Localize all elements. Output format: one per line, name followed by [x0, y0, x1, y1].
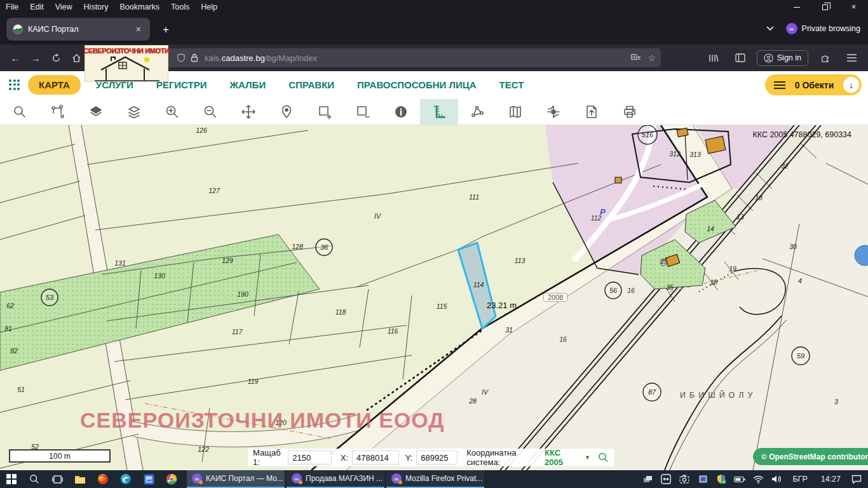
measurement-label: 23.21 m	[487, 301, 517, 310]
minimize-button[interactable]	[782, 0, 811, 14]
list-tabs-chevron-icon[interactable]	[763, 22, 777, 36]
tool-zoom-out-button[interactable]	[191, 99, 229, 125]
close-button[interactable]: ×	[839, 0, 868, 14]
tool-info-button[interactable]	[382, 99, 420, 125]
sign-in-button[interactable]: Sign in	[757, 50, 808, 66]
library-icon[interactable]	[703, 48, 724, 67]
taskbar-search-icon[interactable]	[23, 470, 46, 488]
reload-button[interactable]	[46, 48, 66, 67]
tab-close-icon[interactable]: ×	[133, 23, 144, 36]
site-nav-item[interactable]: ЖАЛБИ	[230, 79, 266, 90]
menu-item-help[interactable]: Help	[195, 3, 223, 11]
clock[interactable]: 14:27	[816, 475, 846, 484]
tool-graticule-button[interactable]	[534, 99, 573, 125]
parcel-label: 313	[689, 151, 701, 158]
parcel-label: 190	[237, 290, 248, 298]
chrome-icon[interactable]	[160, 470, 183, 488]
menu-item-edit[interactable]: Edit	[24, 3, 50, 11]
start-button[interactable]	[0, 470, 23, 488]
reload-icon	[51, 53, 61, 63]
y-input[interactable]: 689925	[416, 451, 458, 464]
parcel-label: 119	[248, 377, 259, 385]
tool-trace-button[interactable]	[39, 99, 77, 125]
extensions-puzzle-icon[interactable]	[815, 48, 835, 67]
menu-item-file[interactable]: File	[0, 3, 24, 11]
tool-print-button[interactable]	[611, 99, 649, 125]
menu-item-history[interactable]: History	[78, 3, 114, 11]
tray-remote-icon[interactable]	[658, 470, 674, 488]
taskbar-task[interactable]: ∞КАИС Портал — Mo...	[187, 470, 285, 488]
app-menu-hamburger-icon[interactable]	[841, 48, 862, 67]
tool-export-button[interactable]	[573, 99, 611, 125]
firefox-private-icon: ∞	[391, 473, 402, 484]
parcel-label: 30	[789, 243, 797, 250]
menu-item-bookmarks[interactable]: Bookmarks	[114, 3, 165, 11]
language-indicator[interactable]: БГР	[787, 475, 812, 484]
watermark-text: СЕВЕРОИЗТОЧНИ ИМОТИ ЕООД	[80, 408, 444, 433]
coords-search-icon[interactable]	[598, 451, 609, 464]
osm-attribution[interactable]: © OpenStreetMap contributors.	[753, 448, 868, 465]
tool-measure-area-button[interactable]	[458, 99, 496, 125]
url-bar[interactable]: kais.cadastre.bg/bg/Map/Index A ☆	[97, 48, 661, 67]
tool-extent-remove-button[interactable]	[344, 99, 382, 125]
bookmark-star-icon[interactable]: ☆	[648, 53, 656, 63]
file-explorer-icon[interactable]	[69, 470, 92, 488]
parcel-label: 116	[388, 327, 398, 335]
parcel-label: 115	[437, 302, 447, 310]
edge-icon[interactable]	[114, 470, 137, 488]
taskbar-app-icon[interactable]	[137, 470, 160, 488]
tray-windows-cascade-icon[interactable]	[640, 470, 655, 488]
restore-button[interactable]	[811, 0, 839, 14]
tool-extent-add-button[interactable]	[306, 99, 344, 125]
parcel-label: IV	[482, 388, 489, 396]
tool-search-button[interactable]	[1, 99, 39, 125]
taskbar-task[interactable]: ∞Mozilla Firefox Privat...	[386, 470, 484, 488]
tool-layers-outline-button[interactable]	[115, 99, 153, 125]
task-view-icon[interactable]	[46, 470, 69, 488]
menu-item-tools[interactable]: Tools	[165, 3, 195, 11]
tab-title: КАИС Портал	[28, 25, 133, 34]
crs-caret-icon[interactable]: ▼	[585, 454, 590, 461]
svg-text:A: A	[633, 55, 636, 60]
tray-wifi-icon[interactable]	[750, 470, 766, 488]
tool-marker-button[interactable]	[268, 99, 306, 125]
x-input[interactable]: 4788014	[352, 451, 399, 464]
map-viewport[interactable]: 126127IV11112812913013119011811711611511…	[0, 125, 868, 470]
sidebar-icon[interactable]	[730, 48, 750, 67]
site-nav-item[interactable]: ПРАВОСПОСОБНИ ЛИЦА	[357, 79, 477, 90]
action-center-icon[interactable]	[849, 470, 864, 488]
tool-zoom-in-button[interactable]	[153, 99, 191, 125]
taskbar-task[interactable]: ∞Продава МАГАЗИН ...	[287, 470, 384, 488]
objects-button[interactable]: 0 Обекти ↓	[765, 74, 862, 95]
scale-input[interactable]: 2150	[288, 451, 331, 464]
scale-bar: 100 m	[9, 449, 111, 463]
tray-volume-icon[interactable]	[769, 470, 784, 488]
site-nav-item[interactable]: КАРТА	[28, 75, 81, 95]
tray-capture-icon[interactable]	[677, 470, 692, 488]
tray-battery-icon[interactable]	[732, 470, 747, 488]
tool-layers-filled-button[interactable]	[77, 99, 115, 125]
circled-parcel-label: 56	[609, 287, 618, 294]
translate-icon[interactable]: A	[631, 53, 641, 62]
tray-vm-icon[interactable]	[695, 470, 710, 488]
menu-item-view[interactable]: View	[50, 3, 78, 11]
forward-button[interactable]: →	[25, 48, 46, 67]
url-text: kais.cadastre.bg/bg/Map/Index	[205, 53, 631, 63]
apps-grid-icon[interactable]	[9, 79, 20, 91]
crs-dropdown[interactable]: ККС 2005	[545, 448, 576, 467]
site-nav-item[interactable]: ТЕСТ	[499, 79, 524, 90]
tool-measure-button[interactable]	[420, 99, 458, 125]
parcel-label: 25	[660, 257, 668, 265]
objects-download-icon[interactable]: ↓	[843, 77, 859, 93]
tray-defender-icon[interactable]	[714, 470, 729, 488]
new-tab-button[interactable]: +	[158, 22, 174, 38]
firefox-icon[interactable]	[92, 470, 114, 488]
tool-pan-button[interactable]	[229, 99, 268, 125]
parcel-label: 16	[559, 336, 567, 343]
account-icon	[764, 53, 773, 63]
site-nav-item[interactable]: СПРАВКИ	[288, 79, 334, 90]
back-button[interactable]: ←	[5, 48, 25, 67]
tool-basemap-button[interactable]	[496, 99, 534, 125]
browser-tab[interactable]: КАИС Портал ×	[6, 18, 150, 41]
parcel-label: 18	[755, 194, 763, 201]
